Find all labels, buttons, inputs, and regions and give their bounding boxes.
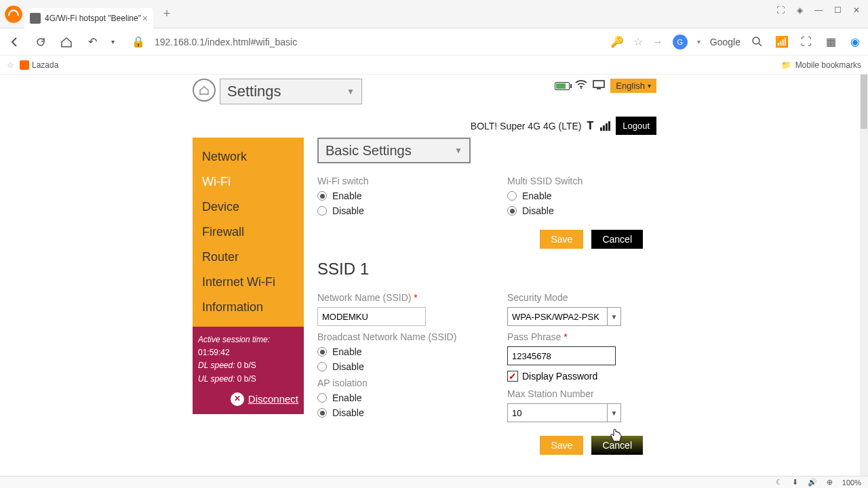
cancel-button-top[interactable]: Cancel: [591, 230, 643, 249]
radio-icon: [317, 206, 327, 216]
ap-iso-enable-radio[interactable]: Enable: [317, 392, 467, 403]
window-maximize-icon[interactable]: ☐: [830, 4, 845, 16]
zoom-icon[interactable]: ⊕: [827, 478, 833, 487]
disconnect-button[interactable]: ✕ Disconnect: [198, 391, 298, 407]
svg-rect-3: [593, 81, 604, 87]
lazada-favicon: [20, 60, 29, 70]
broadcast-label: Broadcast Network Name (SSID): [317, 331, 467, 342]
ap-iso-disable-radio[interactable]: Disable: [317, 407, 467, 418]
ul-speed-label: UL speed:: [198, 374, 235, 384]
save-button-top[interactable]: Save: [540, 230, 583, 249]
site-lock-icon[interactable]: 🔒: [132, 35, 145, 48]
language-selector[interactable]: English ▾: [610, 79, 656, 93]
home-button[interactable]: [57, 33, 76, 52]
mobile-bookmarks-link[interactable]: 📁 Mobile bookmarks: [781, 60, 861, 70]
cancel-button-bottom[interactable]: Cancel: [591, 436, 643, 455]
ap-isolation-label: AP isolation: [317, 378, 467, 388]
network-name-label: Network Name (SSID) *: [317, 292, 467, 303]
session-info-panel: Active session time: 01:59:42 DL speed: …: [193, 327, 304, 414]
window-shield-icon[interactable]: ◈: [792, 4, 807, 16]
scrollbar-thumb[interactable]: [861, 75, 867, 129]
display-password-label: Display Password: [522, 371, 597, 382]
broadcast-enable-radio[interactable]: Enable: [317, 346, 467, 357]
search-engine-label[interactable]: Google: [710, 37, 741, 47]
star-icon[interactable]: ☆: [633, 35, 643, 48]
tab-title: 4G/Wi-Fi hotspot "Beeline": [45, 14, 141, 23]
logout-button[interactable]: Logout: [616, 117, 656, 135]
dl-speed-label: DL speed:: [198, 361, 235, 370]
history-dropdown-icon[interactable]: ▾: [108, 33, 117, 52]
settings-dropdown-label: Settings: [227, 83, 281, 100]
radio-checked-icon: [507, 206, 517, 216]
screenshot-icon[interactable]: ⛶: [799, 35, 814, 49]
account-dropdown-icon[interactable]: ▾: [697, 38, 701, 45]
volume-icon[interactable]: 🔊: [808, 478, 817, 487]
settings-dropdown[interactable]: Settings ▼: [220, 79, 362, 104]
wifi-switch-disable-radio[interactable]: Disable: [317, 205, 467, 216]
sidebar-item-network[interactable]: Network: [193, 144, 304, 169]
window-close-icon[interactable]: ✕: [849, 4, 864, 16]
reload-button[interactable]: [31, 33, 50, 52]
passphrase-input[interactable]: [507, 346, 616, 365]
refresh-circle-icon[interactable]: ◉: [848, 35, 863, 49]
wifi-toolbar-icon[interactable]: 📶: [774, 35, 789, 49]
save-button-bottom[interactable]: Save: [540, 436, 583, 455]
security-mode-value: WPA-PSK/WPA2-PSK: [512, 312, 599, 322]
back-button[interactable]: [5, 33, 24, 52]
sidebar-item-wifi[interactable]: Wi-Fi: [193, 169, 304, 195]
url-text[interactable]: 192.168.0.1/index.html#wifi_basic: [155, 37, 297, 47]
max-station-select[interactable]: 10 ▼: [507, 403, 621, 422]
ul-speed-value: 0 b/S: [237, 374, 256, 384]
search-icon[interactable]: [750, 35, 765, 49]
history-back-icon[interactable]: ↶: [83, 33, 102, 52]
radio-icon: [317, 362, 327, 371]
display-password-checkbox[interactable]: Display Password: [507, 371, 656, 382]
sidebar-item-device[interactable]: Device: [193, 195, 304, 220]
mobile-bookmarks-label: Mobile bookmarks: [795, 60, 861, 70]
bookmark-lazada[interactable]: Lazada: [20, 60, 58, 70]
chevron-down-icon: ▼: [454, 146, 462, 155]
sidebar-nav: Network Wi-Fi Device Firewall Router Int…: [193, 138, 304, 327]
multi-ssid-enable-radio[interactable]: Enable: [507, 190, 656, 201]
window-minimize-icon[interactable]: —: [811, 4, 826, 16]
multi-ssid-disable-radio[interactable]: Disable: [507, 205, 656, 216]
max-station-value: 10: [512, 408, 521, 418]
chevron-down-icon: ▾: [648, 82, 651, 89]
window-controls: ⛶ ◈ — ☐ ✕: [773, 4, 864, 16]
carrier-label: BOLT! Super 4G 4G (LTE): [471, 121, 582, 131]
page-viewport: Settings ▼ English ▾ BOLT! Super 4G 4G (…: [0, 75, 860, 476]
max-station-label: Max Station Number: [507, 388, 656, 399]
bookmark-star-icon[interactable]: ☆: [7, 60, 14, 70]
svg-point-2: [580, 87, 582, 89]
network-name-input[interactable]: [317, 307, 426, 326]
vertical-scrollbar[interactable]: [860, 75, 868, 476]
sidebar-item-firewall[interactable]: Firewall: [193, 220, 304, 245]
sidebar-item-information[interactable]: Information: [193, 295, 304, 320]
forward-arrow-icon[interactable]: →: [652, 36, 663, 48]
key-icon[interactable]: 🔑: [610, 35, 624, 48]
home-circle-icon[interactable]: [193, 79, 216, 102]
sidebar-item-router[interactable]: Router: [193, 245, 304, 270]
browser-tab-strip: 4G/Wi-Fi hotspot "Beeline" × + ⛶ ◈ — ☐ ✕: [0, 0, 868, 28]
basic-settings-dropdown[interactable]: Basic Settings ▼: [317, 138, 471, 163]
radio-icon: [507, 191, 517, 201]
tab-close-icon[interactable]: ×: [142, 13, 148, 24]
ssid1-heading: SSID 1: [317, 260, 656, 279]
zoom-value: 100%: [842, 479, 861, 487]
window-expand-icon[interactable]: ⛶: [773, 4, 788, 16]
browser-tab[interactable]: 4G/Wi-Fi hotspot "Beeline" ×: [24, 8, 153, 28]
account-avatar[interactable]: G: [673, 35, 688, 49]
wifi-switch-enable-radio[interactable]: Enable: [317, 190, 467, 201]
close-circle-icon: ✕: [231, 392, 244, 406]
download-icon[interactable]: ⬇: [792, 478, 798, 487]
multi-ssid-label: Multi SSID Switch: [507, 176, 656, 186]
broadcast-disable-radio[interactable]: Disable: [317, 361, 467, 372]
new-tab-button[interactable]: +: [159, 6, 175, 22]
security-mode-select[interactable]: WPA-PSK/WPA2-PSK ▼: [507, 307, 621, 326]
extensions-icon[interactable]: ▦: [823, 35, 838, 49]
moon-icon[interactable]: ☾: [776, 478, 783, 487]
monitor-icon: [593, 80, 605, 92]
dl-speed-value: 0 b/S: [237, 361, 256, 370]
sidebar-item-internet-wifi[interactable]: Internet Wi-Fi: [193, 270, 304, 295]
radio-checked-icon: [317, 408, 327, 418]
